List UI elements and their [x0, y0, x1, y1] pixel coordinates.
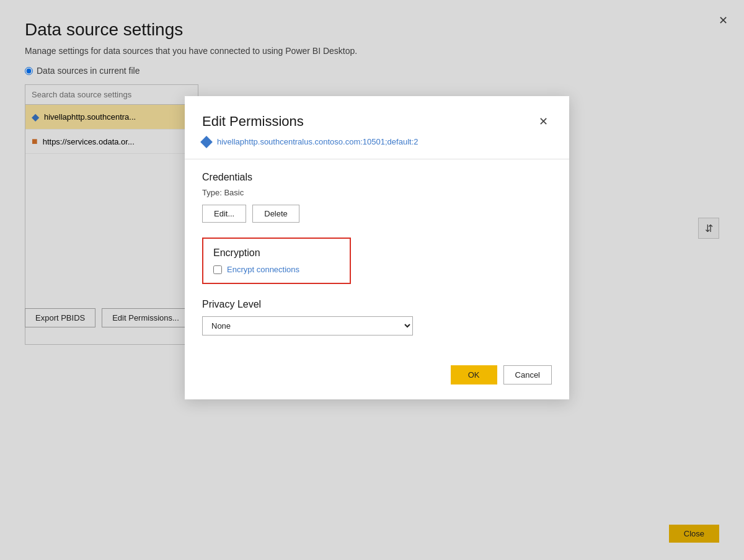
encryption-title: Encryption	[213, 247, 340, 259]
edit-permissions-modal: Edit Permissions ✕ hivellaphttp.southcen…	[185, 96, 569, 399]
modal-footer: OK Cancel	[185, 365, 569, 399]
credentials-section-title: Credentials	[202, 172, 552, 183]
encryption-checkbox-row: Encrypt connections	[213, 265, 340, 274]
encrypt-connections-checkbox[interactable]	[213, 265, 222, 274]
modal-title: Edit Permissions	[202, 113, 304, 130]
main-window: ✕ Data source settings Manage settings f…	[0, 0, 744, 560]
modal-source-link: hivellaphttp.southcentralus.contoso.com:…	[185, 137, 569, 159]
modal-cancel-button[interactable]: Cancel	[503, 365, 552, 384]
cred-buttons: Edit... Delete	[202, 205, 552, 223]
encryption-section: Encryption Encrypt connections	[202, 238, 351, 284]
modal-close-button[interactable]: ✕	[535, 113, 552, 130]
edit-credentials-button[interactable]: Edit...	[202, 205, 246, 223]
credentials-type: Type: Basic	[202, 188, 552, 197]
delete-credentials-button[interactable]: Delete	[252, 205, 299, 223]
modal-header: Edit Permissions ✕	[185, 96, 569, 137]
privacy-level-select[interactable]: None Private Organizational Public	[202, 316, 413, 336]
modal-close-icon: ✕	[539, 115, 548, 128]
privacy-title: Privacy Level	[202, 299, 552, 310]
modal-source-url: hivellaphttp.southcentralus.contoso.com:…	[217, 137, 418, 146]
privacy-section: Privacy Level None Private Organizationa…	[202, 299, 552, 336]
modal-ok-button[interactable]: OK	[451, 365, 497, 384]
encrypt-connections-label[interactable]: Encrypt connections	[227, 265, 299, 274]
modal-body: Credentials Type: Basic Edit... Delete E…	[185, 159, 569, 365]
modal-hive-icon	[200, 136, 213, 148]
